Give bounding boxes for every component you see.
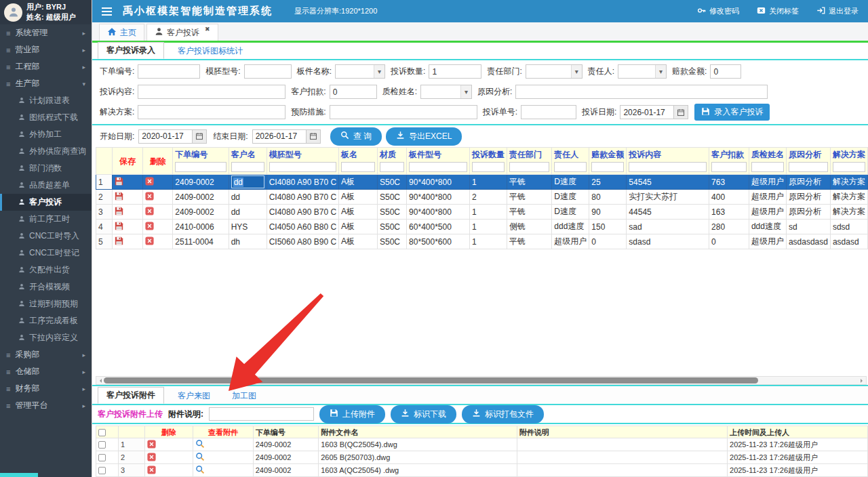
calendar-icon[interactable] [193,129,207,144]
table-cell[interactable]: 2410-0006 [173,220,229,234]
table-cell[interactable]: ddd速度 [749,220,786,234]
complaint-qty-input[interactable] [429,64,481,79]
cause-analysis-input[interactable] [515,85,768,99]
table-row[interactable]: 52511-0004dhCI5060 A80 B90 CA板S50C80*500… [96,234,868,249]
table-cell[interactable]: sdasd [627,234,709,249]
sidebar-group[interactable]: ≡工程部▸ [0,58,92,75]
table-cell[interactable]: S50C [378,234,407,249]
save-row-button[interactable] [112,205,142,220]
scroll-left-arrow-icon[interactable] [98,379,102,383]
table-cell[interactable]: 60*400*500 [407,220,470,234]
table-cell[interactable]: D速度 [552,205,589,220]
table-cell[interactable]: 实打实大苏打 [627,190,709,205]
delete-attachment-button[interactable] [144,464,193,477]
table-cell[interactable]: 解决方案 [830,175,867,190]
table-cell[interactable]: 90*400*800 [407,175,470,190]
table-cell[interactable]: 280 [709,220,749,234]
download-marked-button[interactable]: 标识下载 [391,405,456,423]
sidebar-item[interactable]: 欠配件出货 [0,262,92,278]
table-row[interactable]: 12409-0002ddCI4080 A90 B70 CA板S50C90*400… [96,175,868,190]
table-cell[interactable]: D速度 [552,175,589,190]
tab-home[interactable]: 主页 [99,24,144,41]
table-cell[interactable]: 400 [709,190,749,205]
attachment-row[interactable]: 22409-00022605 B(250703).dwg2025-11-23 1… [96,451,868,464]
column-filter-input[interactable] [751,162,784,172]
table-cell[interactable]: HYS [229,220,267,234]
end-date-input[interactable] [252,129,307,144]
sidebar-group[interactable]: ≡采购部▸ [0,346,92,363]
table-cell[interactable]: 超级用户 [749,175,786,190]
sidebar-group[interactable]: ≡财务部▸ [0,380,92,397]
table-cell-editing[interactable]: dd [229,175,267,190]
table-cell[interactable]: 763 [709,175,749,190]
tab-customer-complaint[interactable]: 客户投诉 ✖ [146,24,218,41]
calendar-icon[interactable] [307,129,321,144]
sidebar-item[interactable]: 过期到期预期 [0,295,92,312]
table-cell[interactable]: 解决方案 [830,190,867,205]
column-filter-input[interactable] [175,162,226,172]
delete-attachment-button[interactable] [144,451,193,464]
table-cell[interactable]: A板 [339,175,378,190]
table-row[interactable]: 22409-0002ddCI4080 A90 B70 CA板S50C90*400… [96,190,868,205]
sidebar-item[interactable]: 工序完成看板 [0,312,92,329]
table-cell[interactable]: CI4080 A90 B70 C [267,205,338,220]
column-filter-input[interactable] [629,162,707,172]
table-cell[interactable]: S50C [378,190,407,205]
table-cell[interactable]: 超级用户 [749,205,786,220]
export-excel-button[interactable]: 导出EXCEL [386,127,462,146]
row-checkbox[interactable] [96,438,119,451]
table-cell[interactable]: 侧铣 [507,220,551,234]
close-tabs-button[interactable]: 关闭标签 [757,6,799,16]
column-filter-input[interactable] [711,162,747,172]
table-cell[interactable]: CI4080 A90 B70 C [267,175,338,190]
prevention-input[interactable] [330,105,477,119]
table-cell[interactable]: S50C [378,220,407,234]
horizontal-scrollbar[interactable] [96,376,867,385]
table-cell[interactable]: A板 [339,234,378,249]
table-cell[interactable]: 原因分析 [786,175,830,190]
sidebar-item[interactable]: 开合模视频 [0,278,92,295]
table-cell[interactable]: asdasd [830,234,867,249]
complaint-no-input[interactable] [521,105,576,119]
table-cell[interactable]: 2511-0004 [173,234,229,249]
sidebar-item[interactable]: 计划跟进表 [0,92,92,109]
menu-toggle-icon[interactable] [102,7,112,16]
select-all-checkbox[interactable] [96,426,119,438]
table-cell[interactable]: 90*400*800 [407,190,470,205]
delete-attachment-button[interactable] [144,438,193,451]
plate-name-select[interactable] [335,64,385,79]
row-checkbox[interactable] [96,451,119,464]
sidebar-group[interactable]: ≡营业部▸ [0,41,92,58]
column-filter-input[interactable] [591,162,624,172]
column-filter-input[interactable] [509,162,549,172]
table-cell[interactable]: 2409-0002 [173,190,229,205]
table-cell[interactable]: 0 [709,234,749,249]
table-cell[interactable]: 1 [469,234,507,249]
sidebar-item[interactable]: 外协加工 [0,126,92,143]
table-cell[interactable]: 80*500*600 [407,234,470,249]
table-cell[interactable]: sd [786,220,830,234]
tab-process-drawings[interactable]: 加工图 [224,388,264,404]
table-cell[interactable]: S50C [378,205,407,220]
attachment-note-input[interactable] [209,407,314,421]
table-cell[interactable]: CI5060 A80 B90 C [267,234,338,249]
column-filter-input[interactable] [409,162,467,172]
table-row[interactable]: 42410-0006HYSCI4050 A60 B80 CA板S50C60*40… [96,220,868,234]
change-password-button[interactable]: 修改密码 [697,6,739,16]
sidebar-group[interactable]: ≡生产部▾ [0,75,92,92]
table-row[interactable]: 32409-0002ddCI4080 A90 B70 CA板S50C90*400… [96,205,868,220]
table-cell[interactable]: 150 [589,220,627,234]
table-cell[interactable]: 90*400*800 [407,205,470,220]
compensation-input[interactable] [710,64,741,79]
column-filter-input[interactable] [269,162,336,172]
resp-dept-select[interactable] [526,64,583,79]
table-cell[interactable]: A板 [339,220,378,234]
close-icon[interactable]: ✖ [205,26,210,33]
qc-name-select[interactable] [420,85,472,99]
table-cell[interactable]: 超级用户 [749,234,786,249]
tab-customer-drawings[interactable]: 客户来图 [170,388,218,404]
view-attachment-button[interactable] [193,464,253,477]
table-cell[interactable]: A板 [339,205,378,220]
search-button[interactable]: 查 询 [330,127,382,146]
table-cell[interactable]: 平铣 [507,205,551,220]
